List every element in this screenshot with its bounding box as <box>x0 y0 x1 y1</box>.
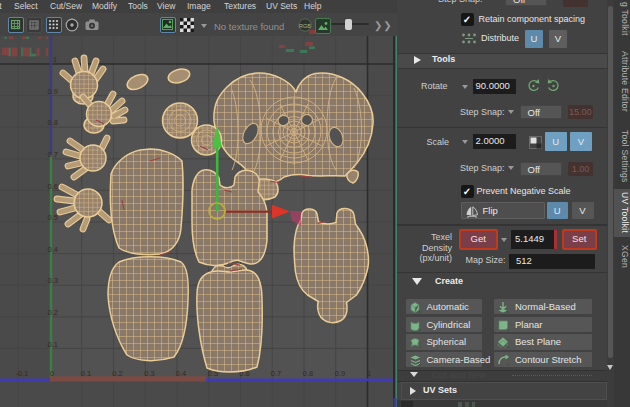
svg-text:0.4: 0.4 <box>48 245 58 254</box>
svg-text:-0.1: -0.1 <box>16 369 29 378</box>
svg-text:0.3: 0.3 <box>48 276 58 285</box>
svg-text:0.1: 0.1 <box>81 369 91 378</box>
svg-text:0.2: 0.2 <box>112 369 122 378</box>
svg-text:0.7: 0.7 <box>48 150 58 159</box>
svg-text:0.1: 0.1 <box>48 340 58 349</box>
svg-text:0.9: 0.9 <box>335 369 345 378</box>
svg-text:0.9: 0.9 <box>48 87 58 96</box>
svg-text:RGB: RGB <box>299 22 311 28</box>
svg-text:1: 1 <box>53 55 57 64</box>
svg-text:0.8: 0.8 <box>303 369 313 378</box>
svg-text:0: 0 <box>50 369 54 378</box>
svg-text:0.7: 0.7 <box>271 369 281 378</box>
svg-text:0.8: 0.8 <box>48 118 58 127</box>
svg-text:0.6: 0.6 <box>48 182 58 191</box>
svg-text:0.5: 0.5 <box>48 213 58 222</box>
svg-text:0.2: 0.2 <box>48 308 58 317</box>
svg-text:0.4: 0.4 <box>176 369 186 378</box>
svg-text:1: 1 <box>367 369 371 378</box>
svg-text:0.3: 0.3 <box>144 369 154 378</box>
